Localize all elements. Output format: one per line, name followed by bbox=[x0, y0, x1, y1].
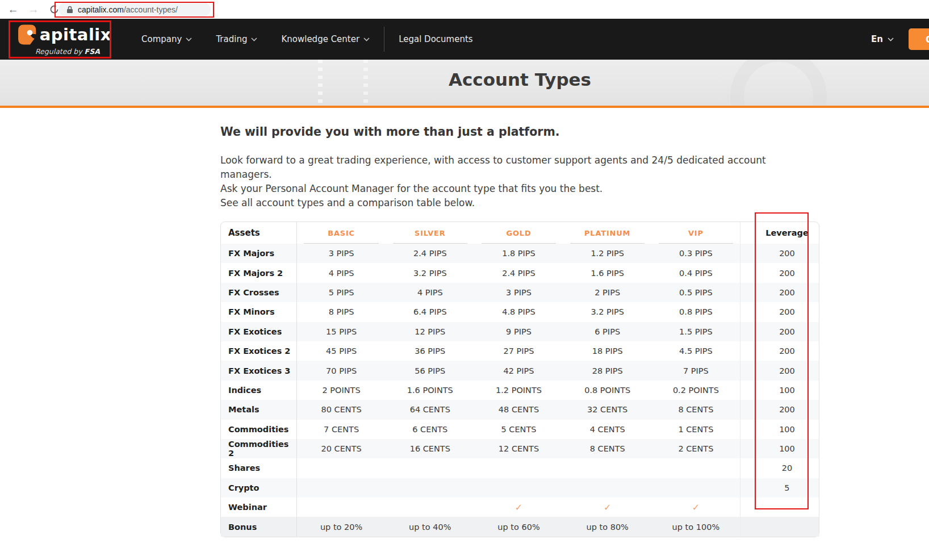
menu-item-trading[interactable]: Trading bbox=[204, 19, 269, 60]
logo[interactable]: apitalix Regulated by FSA bbox=[15, 23, 111, 56]
table-row: Bonusup to 20%up to 40%up to 60%up to 80… bbox=[221, 517, 819, 536]
tier-value: 4 PIPS bbox=[297, 263, 386, 282]
browser-toolbar: ← → capitalix.com/account-types/ bbox=[0, 0, 929, 19]
tier-value: 56 PIPS bbox=[386, 361, 474, 380]
menu-label: Legal Documents bbox=[399, 34, 473, 44]
tier-value: 2.4 PIPS bbox=[474, 263, 563, 282]
tier-value bbox=[386, 498, 474, 517]
asset-label: FX Crosses bbox=[221, 283, 297, 302]
tier-header-basic: BASIC bbox=[297, 222, 386, 244]
url-bar[interactable]: capitalix.com/account-types/ bbox=[58, 2, 211, 16]
leverage-value: 200 bbox=[755, 361, 819, 380]
tier-value bbox=[563, 478, 652, 498]
table-row: Crypto5 bbox=[221, 478, 819, 498]
tier-value: 48 CENTS bbox=[474, 400, 563, 419]
asset-label: FX Exotices 3 bbox=[221, 361, 297, 380]
asset-label: Metals bbox=[221, 400, 297, 419]
tier-value: 2 CENTS bbox=[652, 439, 740, 458]
tier-value: 2.4 PIPS bbox=[386, 244, 474, 263]
tier-value: 0.4 PIPS bbox=[652, 263, 740, 282]
open-account-button[interactable]: Ope bbox=[909, 28, 929, 50]
logo-tagline-fsa: FSA bbox=[85, 47, 100, 56]
menu-item-legal-documents[interactable]: Legal Documents bbox=[387, 19, 485, 60]
table-header-row: Assets BASIC SILVER GOLD PLATINUM VIP Le… bbox=[221, 222, 819, 244]
main-menu: Company Trading Knowledge Center Legal D… bbox=[129, 19, 485, 60]
tier-value: 42 PIPS bbox=[474, 361, 563, 380]
leverage-value: 20 bbox=[755, 458, 819, 478]
tier-value bbox=[474, 478, 563, 498]
tier-value: 5 CENTS bbox=[474, 420, 563, 439]
logo-tagline: Regulated by FSA bbox=[35, 47, 111, 56]
tier-value: 7 CENTS bbox=[297, 420, 386, 439]
table-row: Metals80 CENTS64 CENTS48 CENTS32 CENTS8 … bbox=[221, 400, 819, 419]
menu-item-knowledge-center[interactable]: Knowledge Center bbox=[269, 19, 382, 60]
leverage-value: 5 bbox=[755, 478, 819, 498]
tier-value: up to 40% bbox=[386, 517, 474, 536]
tier-value bbox=[652, 458, 740, 478]
language-label: En bbox=[871, 34, 883, 44]
url-host: capitalix.com bbox=[78, 5, 124, 14]
tier-value bbox=[297, 458, 386, 478]
leverage-value: 200 bbox=[755, 322, 819, 341]
tier-value: 4 CENTS bbox=[563, 420, 652, 439]
intro-line: See all account types and a comparison t… bbox=[220, 196, 766, 210]
logo-wordmark: apitalix bbox=[40, 25, 111, 44]
site-navbar: apitalix Regulated by FSA Company Tradin… bbox=[0, 19, 929, 60]
tier-header-silver: SILVER bbox=[386, 222, 474, 244]
asset-label: Shares bbox=[221, 458, 297, 478]
menu-divider bbox=[384, 27, 384, 52]
menu-item-company[interactable]: Company bbox=[129, 19, 204, 60]
asset-label: Commodities bbox=[221, 420, 297, 439]
tier-value bbox=[297, 498, 386, 517]
asset-label: FX Majors 2 bbox=[221, 263, 297, 282]
leverage-value: 100 bbox=[755, 420, 819, 439]
asset-label: Indices bbox=[221, 381, 297, 400]
tier-value: 80 CENTS bbox=[297, 400, 386, 419]
table-row: Commodities7 CENTS6 CENTS5 CENTS4 CENTS1… bbox=[221, 420, 819, 439]
tier-value: 28 PIPS bbox=[563, 361, 652, 380]
forward-button[interactable]: → bbox=[26, 2, 41, 17]
intro-line: Look forward to a great trading experien… bbox=[220, 153, 766, 168]
tier-value: 3.2 PIPS bbox=[563, 302, 652, 321]
tier-value: 36 PIPS bbox=[386, 341, 474, 361]
intro-paragraph: Look forward to a great trading experien… bbox=[220, 153, 766, 210]
leverage-value: 200 bbox=[755, 400, 819, 419]
table-row: FX Majors 24 PIPS3.2 PIPS2.4 PIPS1.6 PIP… bbox=[221, 263, 819, 282]
table-row: Webinar✓✓✓ bbox=[221, 498, 819, 517]
intro-heading: We will provide you with more than just … bbox=[220, 125, 560, 139]
leverage-column-header: Leverage bbox=[755, 228, 819, 237]
tier-value: 6.4 PIPS bbox=[386, 302, 474, 321]
tier-header-gold: GOLD bbox=[474, 222, 563, 244]
tier-value: 3 PIPS bbox=[474, 283, 563, 302]
tier-value: 9 PIPS bbox=[474, 322, 563, 341]
url-path: /account-types/ bbox=[124, 5, 178, 14]
tier-value: 0.3 PIPS bbox=[652, 244, 740, 263]
tier-value bbox=[297, 478, 386, 498]
account-types-table: Assets BASIC SILVER GOLD PLATINUM VIP Le… bbox=[220, 222, 819, 537]
tier-value bbox=[386, 478, 474, 498]
tier-value: 0.8 PIPS bbox=[652, 302, 740, 321]
tier-value: 1.6 PIPS bbox=[563, 263, 652, 282]
asset-label: Commodities 2 bbox=[221, 439, 297, 458]
table-row: FX Exotices 245 PIPS36 PIPS27 PIPS18 PIP… bbox=[221, 341, 819, 361]
leverage-value: 100 bbox=[755, 439, 819, 458]
intro-line: Ask your Personal Account Manager for th… bbox=[220, 182, 766, 196]
capitalix-logo-icon bbox=[15, 23, 39, 47]
menu-label: Knowledge Center bbox=[281, 34, 359, 44]
tier-value: up to 60% bbox=[474, 517, 563, 536]
check-icon: ✓ bbox=[474, 498, 563, 517]
language-selector[interactable]: En bbox=[871, 34, 894, 44]
tier-value: 8 CENTS bbox=[563, 439, 652, 458]
tier-value: 64 CENTS bbox=[386, 400, 474, 419]
intro-line: managers. bbox=[220, 168, 766, 182]
chevron-down-icon bbox=[888, 37, 894, 41]
tier-value: 4.8 PIPS bbox=[474, 302, 563, 321]
tier-value: 12 PIPS bbox=[386, 322, 474, 341]
back-button[interactable]: ← bbox=[6, 2, 20, 17]
asset-label: Bonus bbox=[221, 517, 297, 536]
asset-label: FX Exotices 2 bbox=[221, 341, 297, 361]
tier-value bbox=[386, 458, 474, 478]
leverage-value bbox=[755, 517, 819, 536]
table-row: FX Minors8 PIPS6.4 PIPS4.8 PIPS3.2 PIPS0… bbox=[221, 302, 819, 321]
navbar-right: En Ope bbox=[871, 19, 929, 60]
